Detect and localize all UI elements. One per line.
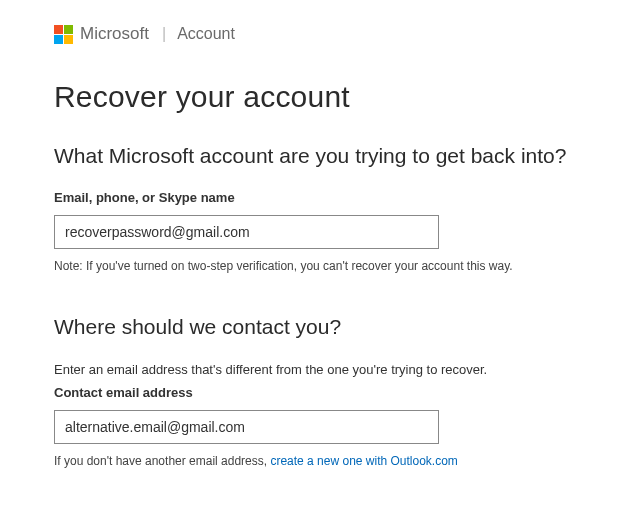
contact-field-label: Contact email address bbox=[54, 385, 586, 400]
account-question-heading: What Microsoft account are you trying to… bbox=[54, 144, 586, 168]
contact-instruction: Enter an email address that's different … bbox=[54, 361, 586, 379]
header-divider: | bbox=[162, 25, 166, 43]
create-outlook-link[interactable]: create a new one with Outlook.com bbox=[270, 454, 457, 468]
header: Microsoft | Account bbox=[54, 24, 586, 44]
header-section: Account bbox=[177, 25, 235, 43]
page-title: Recover your account bbox=[54, 80, 586, 114]
account-identifier-input[interactable] bbox=[54, 215, 439, 249]
microsoft-logo-icon bbox=[54, 25, 73, 44]
footnote-text: If you don't have another email address, bbox=[54, 454, 270, 468]
account-field-label: Email, phone, or Skype name bbox=[54, 190, 586, 205]
two-step-note: Note: If you've turned on two-step verif… bbox=[54, 259, 586, 273]
brand-name: Microsoft bbox=[80, 24, 149, 44]
contact-email-input[interactable] bbox=[54, 410, 439, 444]
alternate-email-footnote: If you don't have another email address,… bbox=[54, 454, 586, 468]
contact-question-heading: Where should we contact you? bbox=[54, 315, 586, 339]
